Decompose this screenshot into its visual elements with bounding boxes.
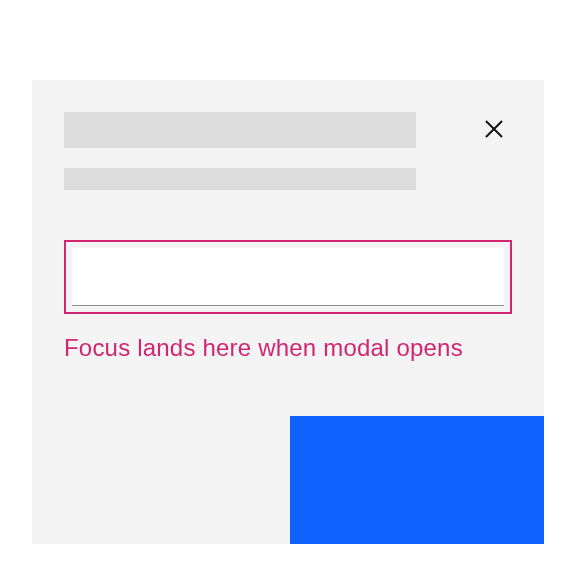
modal-subtitle-skeleton	[64, 168, 416, 190]
modal-dialog: Focus lands here when modal opens	[32, 80, 544, 544]
helper-text: Focus lands here when modal opens	[64, 332, 512, 363]
primary-action-button[interactable]	[290, 416, 544, 544]
input-group	[64, 240, 512, 314]
close-icon	[483, 118, 505, 143]
focus-ring	[64, 240, 512, 314]
modal-title-skeleton	[64, 112, 416, 148]
modal-header	[32, 80, 544, 190]
primary-text-input[interactable]	[72, 248, 504, 306]
close-button[interactable]	[476, 112, 512, 148]
